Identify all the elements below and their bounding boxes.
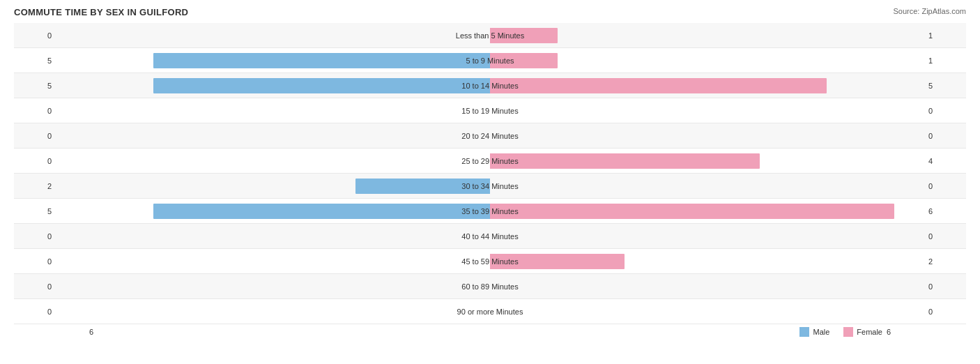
female-bar [490,153,760,169]
female-bar [490,78,827,93]
male-value: 5 [14,207,56,215]
axis-bottom-left: 6 [56,328,98,336]
male-bar [153,53,490,68]
male-value: 0 [14,157,56,165]
bar-row: 0Less than 5 Minutes1 [14,23,966,48]
male-bar-wrap [84,204,490,219]
female-bar [490,254,625,269]
male-bar-wrap [84,53,490,68]
bars-container: 60 to 89 Minutes [56,274,924,298]
female-bar-wrap [490,128,560,144]
bar-row: 060 to 89 Minutes0 [14,274,966,299]
bars-container: 30 to 34 Minutes [56,174,924,198]
male-bar [153,204,490,219]
female-bar [490,53,558,68]
female-bar-wrap [490,53,627,68]
female-bar-wrap [490,179,560,194]
female-bar-wrap [490,229,560,244]
bar-row: 535 to 39 Minutes6 [14,199,966,224]
bar-row: 015 to 19 Minutes0 [14,98,966,123]
male-bar-wrap [286,179,490,194]
bars-container: 5 to 9 Minutes [56,48,924,73]
female-value: 1 [924,31,966,40]
bars-container: 40 to 44 Minutes [56,224,924,248]
bar-row: 040 to 44 Minutes0 [14,224,966,249]
female-bar [490,28,558,43]
legend-female-label: Female [857,328,882,336]
male-value: 0 [14,282,56,291]
male-value: 5 [14,56,56,65]
chart-title: COMMUTE TIME BY SEX IN GUILFORD [14,7,188,17]
female-bar-wrap [490,254,694,269]
bars-container: 20 to 24 Minutes [56,123,924,148]
page-wrapper: COMMUTE TIME BY SEX IN GUILFORD Source: … [14,7,966,337]
legend: Male Female [799,327,882,337]
bars-container: 45 to 59 Minutes [56,249,924,273]
bars-container: Less than 5 Minutes [56,23,924,47]
bar-row: 510 to 14 Minutes5 [14,73,966,98]
male-value: 0 [14,31,56,40]
female-value: 0 [924,232,966,241]
male-value: 0 [14,232,56,241]
female-value: 0 [924,107,966,115]
male-bar-wrap [420,28,490,43]
female-bar-wrap [490,304,560,319]
female-swatch [843,327,853,337]
male-bar-wrap [420,103,490,119]
legend-male-label: Male [813,328,829,336]
axis-bottom-right: 6 [882,328,924,336]
female-value: 0 [924,282,966,291]
source-text: Source: ZipAtlas.com [893,7,966,15]
male-value: 0 [14,257,56,266]
female-bar-wrap [490,103,560,119]
legend-female: Female [843,327,882,337]
male-value: 2 [14,182,56,190]
bar-row: 025 to 29 Minutes4 [14,149,966,174]
male-bar-wrap [420,279,490,294]
female-value: 0 [924,308,966,316]
male-value: 0 [14,308,56,316]
female-bar [490,204,894,219]
male-value: 0 [14,107,56,115]
bar-row: 020 to 24 Minutes0 [14,123,966,149]
male-bar [153,78,490,93]
male-bar-wrap [420,128,490,144]
bars-container: 90 or more Minutes [56,299,924,324]
bar-row: 045 to 59 Minutes2 [14,249,966,274]
female-value: 2 [924,257,966,266]
title-row: COMMUTE TIME BY SEX IN GUILFORD Source: … [14,7,966,17]
chart-area: 0Less than 5 Minutes155 to 9 Minutes1510… [14,23,966,324]
female-bar-wrap [490,204,964,219]
female-bar-wrap [490,279,560,294]
bars-container: 35 to 39 Minutes [56,199,924,223]
female-value: 5 [924,82,966,90]
female-value: 0 [924,132,966,140]
bar-row: 230 to 34 Minutes0 [14,174,966,199]
male-bar-wrap [420,229,490,244]
male-bar-wrap [420,304,490,319]
female-bar-wrap [490,28,627,43]
bars-container: 15 to 19 Minutes [56,98,924,123]
bars-container: 25 to 29 Minutes [56,149,924,173]
male-bar [355,179,490,194]
male-value: 5 [14,82,56,90]
legend-male: Male [799,327,829,337]
male-value: 0 [14,132,56,140]
bar-row: 55 to 9 Minutes1 [14,48,966,73]
female-bar-wrap [490,153,829,169]
male-swatch [799,327,809,337]
male-bar-wrap [84,78,490,93]
female-value: 1 [924,56,966,65]
male-bar-wrap [420,153,490,169]
bars-container: 10 to 14 Minutes [56,73,924,98]
female-value: 4 [924,157,966,165]
female-value: 0 [924,182,966,190]
bar-row: 090 or more Minutes0 [14,299,966,324]
female-bar-wrap [490,78,896,93]
male-bar-wrap [420,254,490,269]
